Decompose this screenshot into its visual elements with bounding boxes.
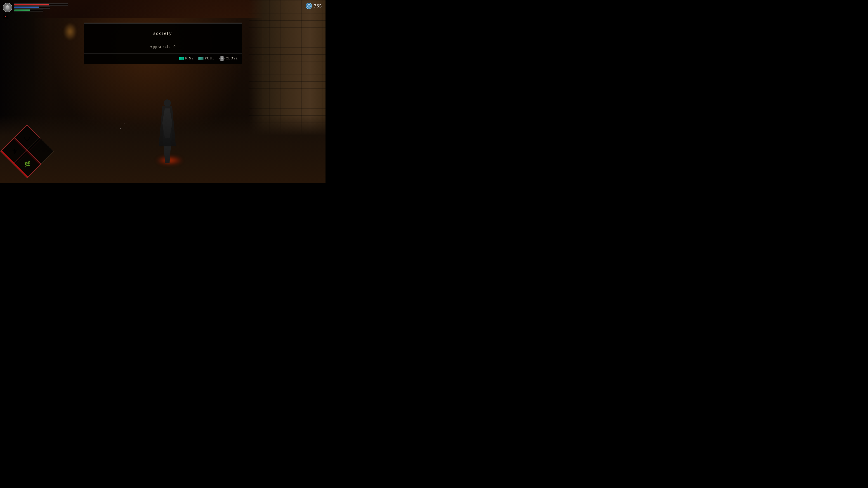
- player-icon: [3, 3, 12, 12]
- inventory-diamond-grid: 🛡 🗡 🌿: [4, 129, 50, 174]
- sparkle-3: [130, 133, 131, 133]
- close-button[interactable]: ✕ CLOSE: [219, 56, 238, 61]
- sparkle-1: [120, 128, 121, 129]
- foul-button[interactable]: FOUL: [198, 57, 215, 60]
- focus-bar-fill: [14, 9, 30, 11]
- currency-value: 765: [314, 3, 322, 9]
- close-circle-icon: ✕: [219, 56, 224, 61]
- hud-icon-bars: [3, 3, 68, 12]
- fine-gem-icon: [179, 57, 184, 60]
- health-bar: [14, 3, 68, 6]
- status-icon: ♥: [3, 14, 8, 19]
- fine-label: FINE: [185, 57, 194, 60]
- fine-button[interactable]: FINE: [179, 57, 194, 60]
- dialog-title: society: [93, 30, 232, 36]
- dialog-appraisals: Appraisals: 0: [84, 41, 242, 53]
- inventory-slot-bottom-icon: 🌿: [18, 155, 37, 173]
- hud-topleft: ♥: [3, 3, 68, 19]
- foul-label: FOUL: [205, 57, 215, 60]
- inventory-widget: 🛡 🗡 🌿: [4, 129, 54, 178]
- stamina-bar-fill: [14, 6, 39, 8]
- dialog-actions: FINE FOUL ✕ CLOSE: [84, 54, 242, 64]
- dialog-box: society Appraisals: 0 FINE FOUL ✕ CLOSE: [84, 23, 242, 64]
- sparkle-2: [124, 124, 125, 124]
- stamina-bar: [14, 6, 50, 8]
- dialog-title-section: society: [84, 24, 242, 41]
- hud-topright: 765: [306, 3, 322, 9]
- foul-gem-icon: [198, 57, 204, 60]
- close-label: CLOSE: [226, 57, 238, 60]
- scene-torch-light: [63, 23, 77, 41]
- stat-bars: [14, 3, 68, 11]
- focus-bar: [14, 9, 43, 11]
- player-character: [156, 99, 179, 163]
- health-bar-fill: [14, 4, 49, 5]
- souls-icon: [306, 3, 312, 9]
- heart-icon: ♥: [4, 15, 6, 18]
